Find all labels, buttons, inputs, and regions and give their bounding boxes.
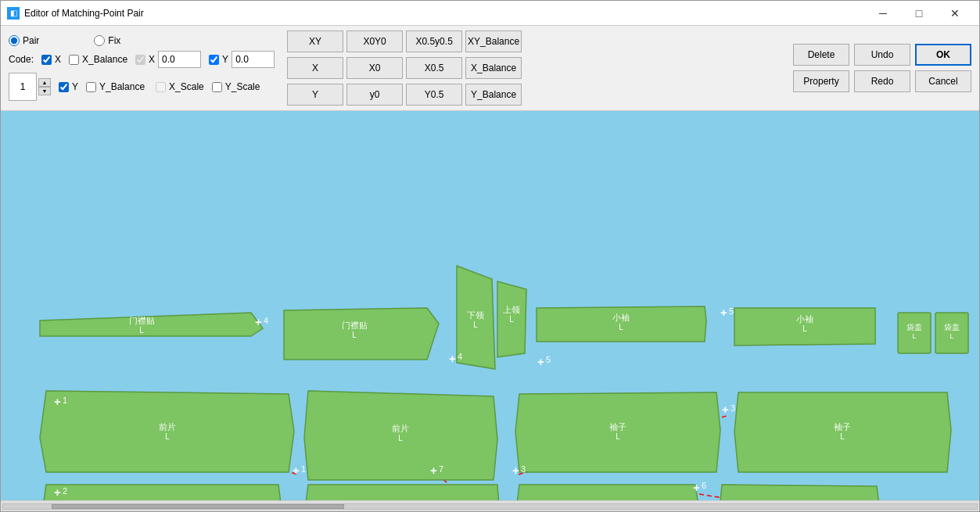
spinner-up[interactable]: ▲ — [38, 78, 51, 87]
pair-fix-row: Pair Fix — [9, 35, 275, 46]
undo-button[interactable]: Undo — [854, 44, 910, 66]
x0y0-button[interactable]: X0Y0 — [346, 30, 403, 52]
svg-text:前片: 前片 — [159, 422, 176, 431]
x-balance-button[interactable]: X_Balance — [465, 57, 522, 79]
y-scale-checkbox[interactable] — [212, 82, 222, 92]
svg-text:+: + — [54, 485, 61, 499]
x-balance-checkbox-group[interactable]: X_Balance — [69, 54, 127, 65]
window-title: Editor of Matching-Point Pair — [24, 8, 865, 19]
svg-text:+: + — [512, 464, 519, 477]
svg-line-3 — [519, 416, 727, 474]
svg-text:L: L — [840, 432, 845, 441]
svg-text:L: L — [912, 332, 916, 340]
x-checkbox[interactable] — [41, 55, 52, 65]
action-row-1: Delete Undo OK — [793, 44, 971, 66]
x-checkbox-group[interactable]: X — [41, 54, 61, 65]
svg-text:L: L — [616, 432, 620, 441]
fix-radio-group[interactable]: Fix — [94, 35, 120, 46]
y-balance-checkbox-group[interactable]: Y_Balance — [86, 81, 145, 92]
svg-text:5: 5 — [546, 355, 551, 364]
svg-text:1: 1 — [63, 396, 67, 405]
window-icon: ◧ — [7, 7, 20, 20]
canvas-svg: 门襟贴 L 门襟贴 L 下领 L 上领 L 小袖 L 小袖 L 袋盖 L 袋盖 … — [1, 111, 979, 500]
svg-line-2 — [437, 474, 521, 500]
y-value-input[interactable] — [232, 51, 275, 68]
minimize-button[interactable]: ─ — [865, 1, 901, 26]
x-value-checkbox[interactable] — [135, 55, 145, 65]
x-balance-label: X_Balance — [82, 54, 127, 65]
y-balance-button[interactable]: Y_Balance — [465, 84, 522, 106]
property-button[interactable]: Property — [793, 70, 849, 92]
x-scale-checkbox[interactable] — [156, 82, 166, 92]
svg-line-4 — [699, 494, 839, 500]
scrollbar-thumb[interactable] — [52, 504, 344, 509]
svg-text:门襟贴: 门襟贴 — [342, 320, 368, 330]
svg-text:L: L — [473, 320, 478, 329]
fix-label: Fix — [108, 35, 120, 46]
y-value-label: Y — [222, 54, 228, 65]
svg-text:上领: 上领 — [503, 305, 520, 314]
redo-button[interactable]: Redo — [854, 70, 910, 92]
xy-row-1: XY X0Y0 X0.5y0.5 XY_Balance — [287, 30, 522, 52]
x-value-label: X — [149, 54, 155, 65]
y-scale-checkbox-group[interactable]: Y_Scale — [212, 81, 260, 92]
svg-text:L: L — [509, 315, 514, 324]
toolbar: Pair Fix Code: X X_Balance — [1, 26, 979, 111]
svg-marker-18 — [304, 485, 500, 500]
code-label: Code: — [9, 54, 34, 65]
svg-text:袋盖: 袋盖 — [906, 323, 922, 331]
delete-button[interactable]: Delete — [793, 44, 849, 66]
svg-marker-15 — [515, 392, 720, 472]
cancel-button[interactable]: Cancel — [915, 70, 971, 92]
maximize-button[interactable]: □ — [901, 1, 937, 26]
x05-button[interactable]: X0.5 — [406, 57, 462, 79]
svg-text:1: 1 — [301, 464, 306, 474]
svg-text:L: L — [619, 323, 623, 331]
svg-text:+: + — [293, 464, 300, 477]
svg-marker-13 — [40, 391, 294, 472]
x-value-input[interactable] — [158, 51, 201, 68]
canvas-area[interactable]: 门襟贴 L 门襟贴 L 下领 L 上领 L 小袖 L 小袖 L 袋盖 L 袋盖 … — [1, 111, 979, 500]
y-checkbox-label: Y — [72, 81, 78, 92]
y05-button[interactable]: Y0.5 — [406, 84, 462, 106]
xy-balance-button[interactable]: XY_Balance — [465, 30, 522, 52]
svg-text:前片: 前片 — [392, 424, 409, 433]
y-checkbox-group[interactable]: Y — [59, 81, 78, 92]
svg-text:3: 3 — [521, 464, 526, 474]
svg-text:L: L — [165, 432, 170, 441]
horizontal-scrollbar[interactable] — [1, 500, 979, 511]
y-scale-label: Y_Scale — [225, 81, 260, 92]
svg-line-0 — [59, 404, 298, 474]
code-input[interactable] — [9, 73, 37, 101]
svg-marker-9 — [537, 306, 706, 342]
xy-button[interactable]: XY — [287, 30, 343, 52]
svg-rect-11 — [898, 313, 931, 353]
svg-text:L: L — [949, 332, 953, 340]
x-button[interactable]: X — [287, 57, 343, 79]
close-button[interactable]: ✕ — [937, 1, 973, 26]
svg-text:门襟贴: 门襟贴 — [129, 316, 155, 325]
x-scale-checkbox-group[interactable]: X_Scale — [156, 81, 204, 92]
svg-marker-19 — [515, 485, 698, 500]
y0-button[interactable]: y0 — [346, 84, 403, 106]
y-value-checkbox[interactable] — [209, 55, 219, 65]
toolbar-left: Pair Fix Code: X X_Balance — [9, 35, 275, 101]
x-balance-checkbox[interactable] — [69, 55, 79, 65]
window-controls: ─ □ ✕ — [865, 1, 973, 26]
y-only-button[interactable]: Y — [287, 84, 343, 106]
pair-radio[interactable] — [9, 35, 20, 46]
ok-button[interactable]: OK — [915, 44, 971, 66]
y-balance-checkbox[interactable] — [86, 82, 96, 92]
pair-radio-group[interactable]: Pair — [9, 35, 39, 46]
x0-button[interactable]: X0 — [346, 57, 403, 79]
title-bar: ◧ Editor of Matching-Point Pair ─ □ ✕ — [1, 1, 979, 26]
svg-text:2: 2 — [63, 486, 67, 496]
svg-text:6: 6 — [702, 481, 706, 490]
code-row: Code: X X_Balance X Y — [9, 51, 275, 68]
svg-text:L: L — [398, 434, 403, 442]
spinner-down[interactable]: ▼ — [38, 87, 51, 95]
code-spinner[interactable]: ▲ ▼ — [9, 73, 51, 101]
x05y05-button[interactable]: X0.5y0.5 — [406, 30, 462, 52]
fix-radio[interactable] — [94, 35, 105, 46]
y-checkbox[interactable] — [59, 82, 69, 92]
